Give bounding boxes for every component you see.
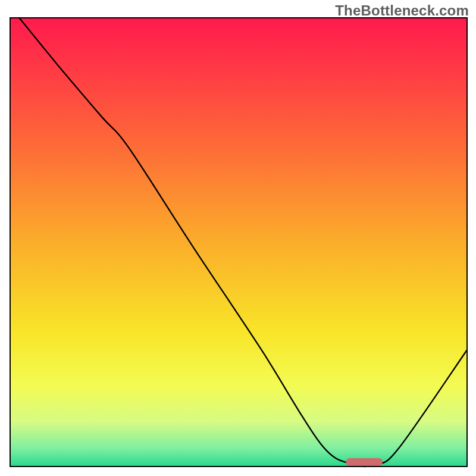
plot-gradient bbox=[10, 18, 467, 466]
chart-container: TheBottleneck.com bbox=[0, 0, 476, 476]
sweet-spot-marker bbox=[346, 458, 382, 466]
bottleneck-chart bbox=[0, 0, 476, 476]
